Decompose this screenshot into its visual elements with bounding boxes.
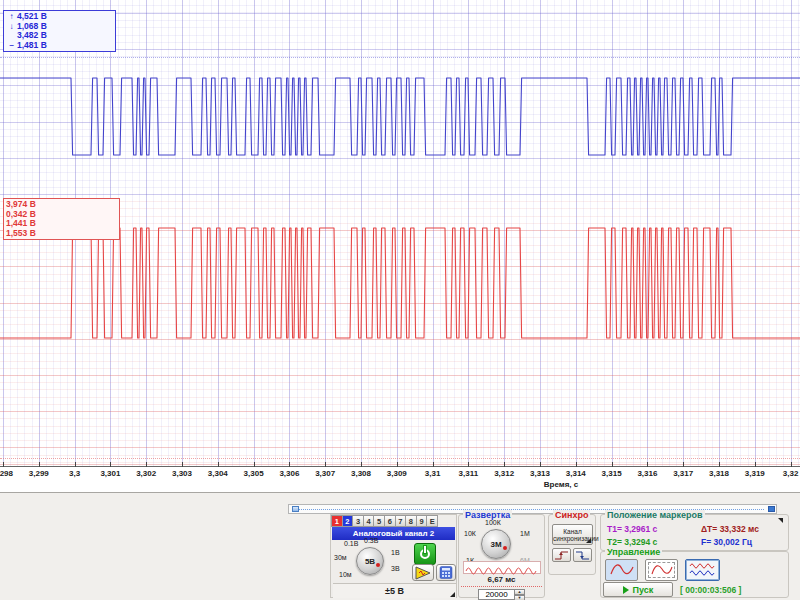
x-tick-mark: [218, 462, 219, 467]
x-tick-mark: [468, 462, 469, 467]
x-tick-label: 3,32: [783, 469, 799, 478]
x-tick-label: 3,298: [0, 469, 13, 478]
falling-edge-button[interactable]: [573, 548, 592, 562]
channel-tabs: 123456789E: [332, 515, 438, 527]
plot-area[interactable]: ↑ 4,521 В ↓ 1,068 В 3,482 В ~ 1,481 В 3,…: [0, 0, 800, 466]
x-tick-mark: [576, 462, 577, 467]
knob-label-1m: 1М: [520, 530, 530, 537]
start-button[interactable]: Пуск: [603, 582, 673, 597]
control-panel-title: Управление: [605, 547, 662, 557]
x-tick-label: 3,318: [709, 469, 729, 478]
x-tick-mark: [433, 462, 434, 467]
time-per-division: 6,67 мс: [459, 575, 544, 584]
knob-label-1v: 1В: [391, 549, 400, 556]
measurement-row: 1,553 В: [6, 229, 116, 239]
knob-indicator-dot: [503, 546, 507, 550]
x-tick-label: 3,312: [494, 469, 514, 478]
falling-edge-icon: [575, 550, 590, 561]
voltage-range-knob[interactable]: 5В: [356, 547, 384, 575]
x-tick-mark: [75, 462, 76, 467]
range-label: ±5 В: [385, 586, 404, 596]
calculator-button[interactable]: [436, 564, 456, 581]
x-tick-mark: [612, 462, 613, 467]
x-tick-mark: [397, 462, 398, 467]
sweep-panel: Развертка 100К 10К 1М 1К 6М 3М 6,67 мс ▲…: [458, 514, 545, 598]
slider-thumb[interactable]: [292, 506, 299, 512]
x-tick-mark: [719, 462, 720, 467]
x-tick-label: 3,308: [351, 469, 371, 478]
spinner-buttons: ▲ ▼: [515, 589, 525, 600]
channel-power-button[interactable]: [414, 543, 436, 565]
sweep-run-button[interactable]: [412, 564, 434, 581]
windowed-acquisition-button[interactable]: [645, 559, 678, 581]
sync-channel-button[interactable]: Канал синхронизации: [552, 524, 593, 545]
collapse-icon[interactable]: [778, 518, 783, 523]
markers-panel: Положение маркеров T1= 3,2961 с ΔT= 33,3…: [600, 514, 789, 551]
x-tick-label: 3,305: [244, 469, 264, 478]
marker-dt-value: ΔT= 33,332 мс: [701, 524, 759, 534]
x-tick-mark: [3, 462, 4, 467]
x-axis-title: Время, с: [544, 480, 579, 489]
rising-edge-icon: [554, 550, 569, 561]
x-tick-label: 3,317: [673, 469, 693, 478]
knob-label-10k: 10К: [464, 530, 476, 537]
x-tick-mark: [110, 462, 111, 467]
sweep-waveform-preview: [463, 561, 541, 574]
x-tick-label: 3,301: [100, 469, 120, 478]
x-tick-label: 3,307: [315, 469, 335, 478]
sync-channel-label: Канал синхронизации: [553, 528, 599, 542]
dc-icon: [6, 31, 17, 41]
knob-value: 5В: [365, 557, 375, 566]
channel2-trace: [0, 228, 800, 338]
knob-label-03v: 0.3В: [364, 537, 378, 544]
voltage-range-display[interactable]: ±5 В: [333, 583, 456, 598]
dashed-frame-icon: [648, 562, 675, 578]
marker-t1-value: T1= 3,2961 с: [607, 524, 657, 534]
channel-panel: 123456789E Аналоговый канал 2 0.1В 0.3В …: [330, 514, 457, 598]
knob-label-100k: 100К: [485, 519, 501, 526]
max-icon: ↑: [6, 12, 17, 22]
x-tick-mark: [504, 462, 505, 467]
x-tick-label: 3,304: [208, 469, 228, 478]
oscilloscope-app: ↑ 4,521 В ↓ 1,068 В 3,482 В ~ 1,481 В 3,…: [0, 0, 800, 600]
control-panel: Управление Пуск [ 00:00:03:506 ]: [600, 551, 789, 598]
knob-label-30m: 30м: [334, 554, 347, 561]
ac-icon: ~: [6, 41, 17, 51]
continuous-acquisition-button[interactable]: [685, 559, 720, 581]
sample-rate-knob[interactable]: 3М: [481, 529, 511, 559]
x-axis-line: [0, 466, 800, 467]
x-tick-label: 3,306: [279, 469, 299, 478]
x-tick-mark: [791, 462, 792, 467]
multi-wave-icon: [688, 561, 718, 579]
elapsed-timer: [ 00:00:03:506 ]: [680, 585, 741, 595]
markers-panel-title: Положение маркеров: [605, 510, 705, 520]
spin-down-icon[interactable]: ▼: [514, 595, 525, 600]
x-tick-label: 3,316: [637, 469, 657, 478]
x-tick-label: 3,313: [530, 469, 550, 478]
x-tick-mark: [39, 462, 40, 467]
x-tick-mark: [254, 462, 255, 467]
rising-edge-button[interactable]: [552, 548, 571, 562]
channel2-measurements: 3,974 В 0,342 В 1,441 В 1,553 В: [3, 198, 120, 240]
x-tick-label: 3,319: [745, 469, 765, 478]
calculator-icon: [439, 566, 453, 579]
x-tick-mark: [182, 462, 183, 467]
x-tick-mark: [683, 462, 684, 467]
measurement-row: ~ 1,481 В: [6, 41, 112, 51]
samples-input[interactable]: [478, 589, 515, 600]
single-sine-icon: [608, 561, 636, 579]
knob-label-01v: 0.1В: [344, 540, 358, 547]
channel1-trace: [0, 78, 800, 155]
min-icon: ↓: [6, 22, 17, 32]
channel-tab-E[interactable]: E: [426, 515, 438, 527]
slider-end-marker: [768, 506, 775, 512]
x-tick-label: 3,299: [29, 469, 49, 478]
x-tick-label: 3,309: [387, 469, 407, 478]
knob-label-10m: 10м: [339, 571, 352, 578]
single-acquisition-button[interactable]: [605, 559, 638, 581]
corner-resize-icon: [450, 592, 455, 597]
x-tick-mark: [146, 462, 147, 467]
samples-spinner: ▲ ▼: [478, 589, 526, 600]
sync-panel-title: Синхро: [553, 510, 590, 520]
x-tick-label: 3,302: [136, 469, 156, 478]
